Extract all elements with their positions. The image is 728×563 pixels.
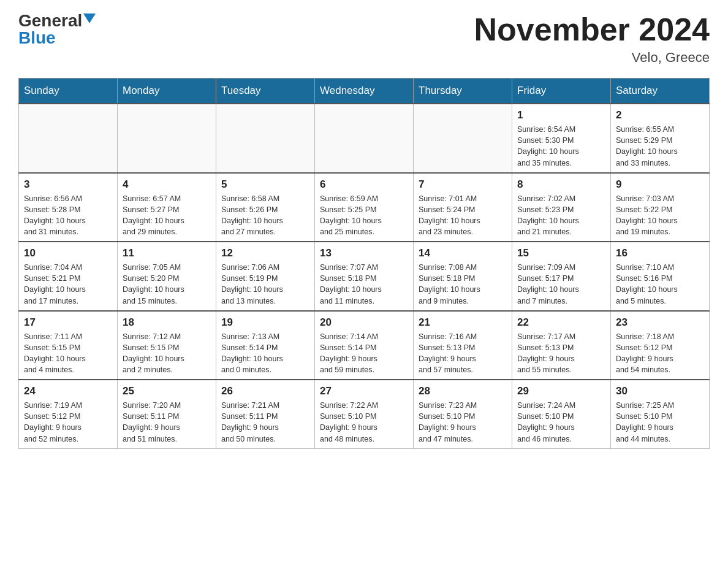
calendar-cell: 9Sunrise: 7:03 AMSunset: 5:22 PMDaylight… (611, 173, 710, 242)
day-number: 19 (221, 316, 309, 329)
day-info: Sunrise: 7:02 AMSunset: 5:23 PMDaylight:… (517, 193, 605, 238)
day-info: Sunrise: 7:19 AMSunset: 5:12 PMDaylight:… (24, 400, 112, 445)
calendar-cell: 20Sunrise: 7:14 AMSunset: 5:14 PMDayligh… (315, 311, 414, 380)
calendar-cell: 29Sunrise: 7:24 AMSunset: 5:10 PMDayligh… (512, 380, 611, 448)
week-row-5: 24Sunrise: 7:19 AMSunset: 5:12 PMDayligh… (19, 380, 710, 448)
day-info: Sunrise: 7:10 AMSunset: 5:16 PMDaylight:… (616, 262, 704, 307)
day-number: 17 (24, 316, 112, 329)
day-number: 14 (419, 247, 507, 259)
calendar-cell: 7Sunrise: 7:01 AMSunset: 5:24 PMDaylight… (414, 173, 512, 242)
day-number: 8 (517, 178, 605, 191)
week-row-1: 1Sunrise: 6:54 AMSunset: 5:30 PMDaylight… (19, 104, 710, 173)
calendar-cell: 6Sunrise: 6:59 AMSunset: 5:25 PMDaylight… (315, 173, 414, 242)
calendar-cell: 27Sunrise: 7:22 AMSunset: 5:10 PMDayligh… (315, 380, 414, 448)
calendar-cell: 14Sunrise: 7:08 AMSunset: 5:18 PMDayligh… (414, 242, 512, 311)
calendar-cell: 15Sunrise: 7:09 AMSunset: 5:17 PMDayligh… (512, 242, 611, 311)
weekday-header-tuesday: Tuesday (216, 79, 315, 104)
calendar-cell: 4Sunrise: 6:57 AMSunset: 5:27 PMDaylight… (118, 173, 216, 242)
day-info: Sunrise: 7:24 AMSunset: 5:10 PMDaylight:… (517, 400, 605, 445)
calendar-cell (19, 104, 118, 173)
day-info: Sunrise: 7:01 AMSunset: 5:24 PMDaylight:… (419, 193, 507, 238)
day-info: Sunrise: 7:13 AMSunset: 5:14 PMDaylight:… (221, 331, 309, 376)
weekday-header-sunday: Sunday (19, 79, 118, 104)
calendar-cell: 26Sunrise: 7:21 AMSunset: 5:11 PMDayligh… (216, 380, 315, 448)
weekday-header-friday: Friday (512, 79, 611, 104)
week-row-2: 3Sunrise: 6:56 AMSunset: 5:28 PMDaylight… (19, 173, 710, 242)
calendar-cell (118, 104, 216, 173)
day-info: Sunrise: 6:59 AMSunset: 5:25 PMDaylight:… (320, 193, 408, 238)
day-number: 22 (517, 316, 605, 329)
day-info: Sunrise: 7:03 AMSunset: 5:22 PMDaylight:… (616, 193, 704, 238)
day-number: 12 (221, 247, 309, 259)
day-info: Sunrise: 7:11 AMSunset: 5:15 PMDaylight:… (24, 331, 112, 376)
calendar-cell: 1Sunrise: 6:54 AMSunset: 5:30 PMDaylight… (512, 104, 611, 173)
day-number: 21 (419, 316, 507, 329)
calendar-cell: 24Sunrise: 7:19 AMSunset: 5:12 PMDayligh… (19, 380, 118, 448)
day-info: Sunrise: 6:55 AMSunset: 5:29 PMDaylight:… (616, 124, 704, 169)
calendar-cell: 19Sunrise: 7:13 AMSunset: 5:14 PMDayligh… (216, 311, 315, 380)
weekday-header-saturday: Saturday (611, 79, 710, 104)
calendar-cell: 10Sunrise: 7:04 AMSunset: 5:21 PMDayligh… (19, 242, 118, 311)
day-info: Sunrise: 7:07 AMSunset: 5:18 PMDaylight:… (320, 262, 408, 307)
day-info: Sunrise: 7:06 AMSunset: 5:19 PMDaylight:… (221, 262, 309, 307)
day-number: 9 (616, 178, 704, 191)
calendar-cell: 25Sunrise: 7:20 AMSunset: 5:11 PMDayligh… (118, 380, 216, 448)
weekday-header-monday: Monday (118, 79, 216, 104)
day-number: 23 (616, 316, 704, 329)
calendar-cell (414, 104, 512, 173)
day-info: Sunrise: 7:14 AMSunset: 5:14 PMDaylight:… (320, 331, 408, 376)
day-number: 24 (24, 385, 112, 397)
calendar-cell: 17Sunrise: 7:11 AMSunset: 5:15 PMDayligh… (19, 311, 118, 380)
day-info: Sunrise: 7:09 AMSunset: 5:17 PMDaylight:… (517, 262, 605, 307)
calendar-cell: 30Sunrise: 7:25 AMSunset: 5:10 PMDayligh… (611, 380, 710, 448)
day-number: 3 (24, 178, 112, 191)
header: General Blue November 2024 Velo, Greece (18, 12, 710, 66)
day-info: Sunrise: 6:54 AMSunset: 5:30 PMDaylight:… (517, 124, 605, 169)
day-info: Sunrise: 7:05 AMSunset: 5:20 PMDaylight:… (123, 262, 211, 307)
day-number: 7 (419, 178, 507, 191)
logo: General Blue (18, 12, 96, 47)
day-number: 29 (517, 385, 605, 397)
day-number: 4 (123, 178, 211, 191)
day-info: Sunrise: 7:22 AMSunset: 5:10 PMDaylight:… (320, 400, 408, 445)
location: Velo, Greece (474, 50, 710, 66)
weekday-header-row: SundayMondayTuesdayWednesdayThursdayFrid… (19, 79, 710, 104)
calendar-cell: 5Sunrise: 6:58 AMSunset: 5:26 PMDaylight… (216, 173, 315, 242)
day-number: 30 (616, 385, 704, 397)
calendar-cell: 2Sunrise: 6:55 AMSunset: 5:29 PMDaylight… (611, 104, 710, 173)
day-info: Sunrise: 7:18 AMSunset: 5:12 PMDaylight:… (616, 331, 704, 376)
calendar-cell: 13Sunrise: 7:07 AMSunset: 5:18 PMDayligh… (315, 242, 414, 311)
day-number: 28 (419, 385, 507, 397)
calendar-cell: 22Sunrise: 7:17 AMSunset: 5:13 PMDayligh… (512, 311, 611, 380)
day-number: 27 (320, 385, 408, 397)
day-number: 25 (123, 385, 211, 397)
title-area: November 2024 Velo, Greece (474, 12, 710, 66)
day-info: Sunrise: 7:17 AMSunset: 5:13 PMDaylight:… (517, 331, 605, 376)
calendar-cell: 28Sunrise: 7:23 AMSunset: 5:10 PMDayligh… (414, 380, 512, 448)
day-number: 18 (123, 316, 211, 329)
calendar-cell: 12Sunrise: 7:06 AMSunset: 5:19 PMDayligh… (216, 242, 315, 311)
day-info: Sunrise: 7:20 AMSunset: 5:11 PMDaylight:… (123, 400, 211, 445)
calendar-cell: 16Sunrise: 7:10 AMSunset: 5:16 PMDayligh… (611, 242, 710, 311)
day-number: 1 (517, 109, 605, 121)
calendar-cell: 21Sunrise: 7:16 AMSunset: 5:13 PMDayligh… (414, 311, 512, 380)
week-row-3: 10Sunrise: 7:04 AMSunset: 5:21 PMDayligh… (19, 242, 710, 311)
calendar-cell: 18Sunrise: 7:12 AMSunset: 5:15 PMDayligh… (118, 311, 216, 380)
weekday-header-thursday: Thursday (414, 79, 512, 104)
day-info: Sunrise: 6:58 AMSunset: 5:26 PMDaylight:… (221, 193, 309, 238)
day-info: Sunrise: 6:56 AMSunset: 5:28 PMDaylight:… (24, 193, 112, 238)
day-number: 26 (221, 385, 309, 397)
calendar-cell (216, 104, 315, 173)
day-info: Sunrise: 7:08 AMSunset: 5:18 PMDaylight:… (419, 262, 507, 307)
calendar-cell: 23Sunrise: 7:18 AMSunset: 5:12 PMDayligh… (611, 311, 710, 380)
day-info: Sunrise: 7:12 AMSunset: 5:15 PMDaylight:… (123, 331, 211, 376)
day-number: 13 (320, 247, 408, 259)
day-info: Sunrise: 7:25 AMSunset: 5:10 PMDaylight:… (616, 400, 704, 445)
day-info: Sunrise: 7:23 AMSunset: 5:10 PMDaylight:… (419, 400, 507, 445)
day-number: 5 (221, 178, 309, 191)
day-info: Sunrise: 7:21 AMSunset: 5:11 PMDaylight:… (221, 400, 309, 445)
weekday-header-wednesday: Wednesday (315, 79, 414, 104)
calendar-cell: 3Sunrise: 6:56 AMSunset: 5:28 PMDaylight… (19, 173, 118, 242)
day-info: Sunrise: 7:04 AMSunset: 5:21 PMDaylight:… (24, 262, 112, 307)
logo-blue-text: Blue (18, 29, 56, 47)
